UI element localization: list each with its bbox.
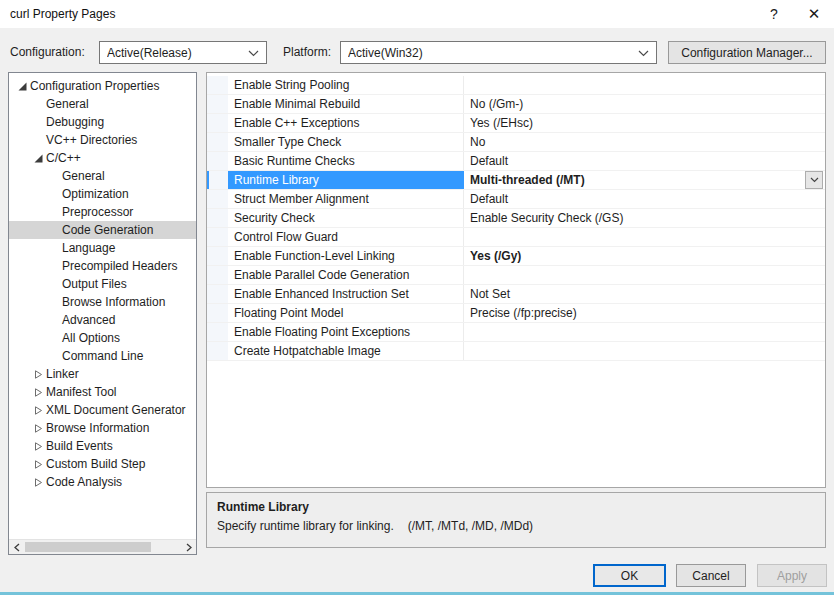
property-name: Enable C++ Exceptions: [228, 114, 464, 132]
tree-item-configuration-properties[interactable]: Configuration Properties: [9, 77, 196, 95]
tree-item-advanced[interactable]: Advanced: [9, 311, 196, 329]
property-row-floating-point-model[interactable]: Floating Point ModelPrecise (/fp:precise…: [207, 304, 825, 323]
property-name: Control Flow Guard: [228, 228, 464, 246]
property-row-security-check[interactable]: Security CheckEnable Security Check (/GS…: [207, 209, 825, 228]
tree-item-debugging[interactable]: Debugging: [9, 113, 196, 131]
tree-item-build-events[interactable]: Build Events: [9, 437, 196, 455]
tree-item-linker[interactable]: Linker: [9, 365, 196, 383]
property-value[interactable]: [464, 228, 825, 246]
property-name: Enable Parallel Code Generation: [228, 266, 464, 284]
row-margin: [207, 133, 228, 151]
tree-item-preprocessor[interactable]: Preprocessor: [9, 203, 196, 221]
property-name: Security Check: [228, 209, 464, 227]
property-value[interactable]: Precise (/fp:precise): [464, 304, 825, 322]
tree-item-browse-information[interactable]: Browse Information: [9, 293, 196, 311]
property-value[interactable]: [464, 342, 825, 360]
ok-button[interactable]: OK: [593, 564, 666, 587]
property-row-enable-parallel-code-generation[interactable]: Enable Parallel Code Generation: [207, 266, 825, 285]
expander-collapsed-icon[interactable]: [30, 406, 46, 415]
property-name: Enable Enhanced Instruction Set: [228, 285, 464, 303]
property-value[interactable]: Yes (/Gy): [464, 247, 825, 265]
expander-collapsed-icon[interactable]: [30, 424, 46, 433]
row-margin: [207, 323, 228, 341]
expander-expanded-icon[interactable]: [14, 82, 30, 91]
property-row-enable-enhanced-instruction-set[interactable]: Enable Enhanced Instruction SetNot Set: [207, 285, 825, 304]
property-grid: Enable String PoolingEnable Minimal Rebu…: [206, 72, 826, 488]
tree-item-label: Command Line: [62, 347, 147, 365]
scroll-right-icon[interactable]: [181, 540, 196, 554]
value-dropdown-button[interactable]: [805, 171, 823, 189]
property-name: Create Hotpatchable Image: [228, 342, 464, 360]
tree-item-output-files[interactable]: Output Files: [9, 275, 196, 293]
platform-combobox[interactable]: Active(Win32): [340, 41, 657, 64]
tree-item-label: Browse Information: [46, 419, 153, 437]
scroll-left-icon[interactable]: [9, 540, 24, 554]
property-value[interactable]: No (/Gm-): [464, 95, 825, 113]
tree-item-all-options[interactable]: All Options: [9, 329, 196, 347]
expander-collapsed-icon[interactable]: [30, 478, 46, 487]
configuration-combobox[interactable]: Active(Release): [99, 41, 267, 64]
property-value[interactable]: Enable Security Check (/GS): [464, 209, 825, 227]
property-value[interactable]: No: [464, 133, 825, 151]
property-row-control-flow-guard[interactable]: Control Flow Guard: [207, 228, 825, 247]
property-value[interactable]: [464, 266, 825, 284]
property-value[interactable]: [464, 76, 825, 94]
property-name: Runtime Library: [228, 171, 464, 189]
tree-item-label: Language: [62, 239, 119, 257]
tree-item-label: Linker: [46, 365, 83, 383]
tree-item-general[interactable]: General: [9, 167, 196, 185]
row-margin: [207, 342, 228, 360]
property-row-smaller-type-check[interactable]: Smaller Type CheckNo: [207, 133, 825, 152]
property-row-create-hotpatchable-image[interactable]: Create Hotpatchable Image: [207, 342, 825, 361]
row-margin: [207, 285, 228, 303]
tree-item-code-analysis[interactable]: Code Analysis: [9, 473, 196, 491]
tree-item-vc-directories[interactable]: VC++ Directories: [9, 131, 196, 149]
close-icon[interactable]: ✕: [794, 0, 834, 28]
expander-expanded-icon[interactable]: [30, 154, 46, 163]
tree-item-label: Output Files: [62, 275, 131, 293]
tree-item-general[interactable]: General: [9, 95, 196, 113]
tree-item-xml-document-generator[interactable]: XML Document Generator: [9, 401, 196, 419]
property-row-basic-runtime-checks[interactable]: Basic Runtime ChecksDefault: [207, 152, 825, 171]
property-name: Basic Runtime Checks: [228, 152, 464, 170]
property-row-enable-floating-point-exceptions[interactable]: Enable Floating Point Exceptions: [207, 323, 825, 342]
window-title: curl Property Pages: [10, 7, 115, 21]
property-value[interactable]: Yes (/EHsc): [464, 114, 825, 132]
tree-item-label: Configuration Properties: [30, 77, 163, 95]
tree-item-code-generation[interactable]: Code Generation: [9, 221, 196, 239]
tree-item-language[interactable]: Language: [9, 239, 196, 257]
property-value[interactable]: Default: [464, 190, 825, 208]
tree-item-optimization[interactable]: Optimization: [9, 185, 196, 203]
tree-item-label: C/C++: [46, 149, 85, 167]
tree-item-c-c[interactable]: C/C++: [9, 149, 196, 167]
property-value[interactable]: [464, 323, 825, 341]
tree-item-label: All Options: [62, 329, 124, 347]
expander-collapsed-icon[interactable]: [30, 460, 46, 469]
scrollbar-thumb[interactable]: [25, 542, 151, 552]
expander-collapsed-icon[interactable]: [30, 388, 46, 397]
tree-horizontal-scrollbar[interactable]: [9, 539, 196, 554]
property-row-struct-member-alignment[interactable]: Struct Member AlignmentDefault: [207, 190, 825, 209]
property-value[interactable]: Multi-threaded (/MT): [464, 171, 825, 189]
tree-item-command-line[interactable]: Command Line: [9, 347, 196, 365]
property-row-enable-string-pooling[interactable]: Enable String Pooling: [207, 76, 825, 95]
tree-item-custom-build-step[interactable]: Custom Build Step: [9, 455, 196, 473]
property-name: Smaller Type Check: [228, 133, 464, 151]
property-row-enable-minimal-rebuild[interactable]: Enable Minimal RebuildNo (/Gm-): [207, 95, 825, 114]
description-title: Runtime Library: [217, 500, 815, 514]
expander-collapsed-icon[interactable]: [30, 442, 46, 451]
property-pages-dialog: curl Property Pages ? ✕ Configuration: A…: [0, 0, 834, 595]
configuration-manager-button[interactable]: Configuration Manager...: [668, 41, 826, 64]
property-value[interactable]: Not Set: [464, 285, 825, 303]
help-icon[interactable]: ?: [754, 0, 794, 28]
cancel-button[interactable]: Cancel: [676, 564, 746, 587]
property-row-enable-function-level-linking[interactable]: Enable Function-Level LinkingYes (/Gy): [207, 247, 825, 266]
tree-item-browse-information[interactable]: Browse Information: [9, 419, 196, 437]
tree-item-manifest-tool[interactable]: Manifest Tool: [9, 383, 196, 401]
property-row-runtime-library[interactable]: Runtime LibraryMulti-threaded (/MT): [207, 171, 825, 190]
tree-item-precompiled-headers[interactable]: Precompiled Headers: [9, 257, 196, 275]
property-row-enable-c-exceptions[interactable]: Enable C++ ExceptionsYes (/EHsc): [207, 114, 825, 133]
property-value[interactable]: Default: [464, 152, 825, 170]
expander-collapsed-icon[interactable]: [30, 370, 46, 379]
property-name: Struct Member Alignment: [228, 190, 464, 208]
